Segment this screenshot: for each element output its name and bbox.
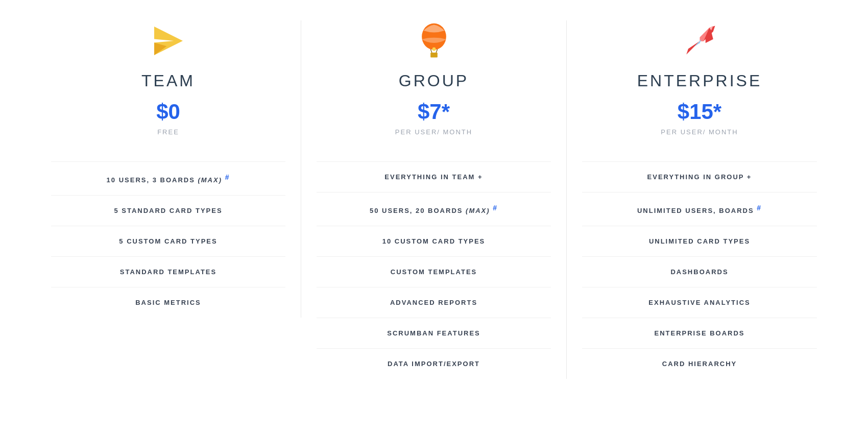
group-feature-1: EVERYTHING IN TEAM + (317, 161, 551, 192)
group-feature-3: 10 CUSTOM CARD TYPES (317, 226, 551, 256)
enterprise-feature-7: CARD HIERARCHY (582, 348, 817, 379)
team-features-list: 10 USERS, 3 BOARDS (MAX) # 5 STANDARD CA… (51, 161, 285, 318)
team-feature-5: BASIC METRICS (51, 287, 285, 318)
svg-point-6 (432, 47, 436, 51)
enterprise-feature-1: EVERYTHING IN GROUP + (582, 161, 817, 192)
enterprise-plan-column: ENTERPRISE $15* PER USER/ MONTH EVERYTHI… (567, 20, 832, 379)
enterprise-plan-icon (679, 20, 720, 61)
group-feature-5: ADVANCED REPORTS (317, 287, 551, 318)
group-feature-4: CUSTOM TEMPLATES (317, 256, 551, 287)
pricing-section: TEAM $0 FREE 10 USERS, 3 BOARDS (MAX) # … (0, 0, 868, 409)
svg-line-4 (436, 49, 438, 53)
group-features-list: EVERYTHING IN TEAM + 50 USERS, 20 BOARDS… (317, 161, 551, 379)
group-plan-period: PER USER/ MONTH (395, 128, 472, 136)
group-plan-name: GROUP (399, 71, 469, 90)
enterprise-feature-6: ENTERPRISE BOARDS (582, 318, 817, 348)
svg-rect-5 (430, 53, 438, 58)
enterprise-plan-price: $15* (678, 100, 721, 124)
enterprise-feature-5: EXHAUSTIVE ANALYTICS (582, 287, 817, 318)
team-feature-2: 5 STANDARD CARD TYPES (51, 195, 285, 226)
group-feature-7: DATA IMPORT/EXPORT (317, 348, 551, 379)
team-plan-period: FREE (157, 128, 179, 136)
team-plan-price: $0 (156, 100, 180, 124)
group-feature-2: 50 USERS, 20 BOARDS (MAX) # (317, 192, 551, 226)
svg-line-3 (430, 49, 432, 53)
enterprise-plan-period: PER USER/ MONTH (661, 128, 738, 136)
group-plan-icon (414, 20, 454, 61)
group-plan-column: GROUP $7* PER USER/ MONTH EVERYTHING IN … (301, 20, 567, 379)
team-feature-1: 10 USERS, 3 BOARDS (MAX) # (51, 161, 285, 195)
team-feature-3: 5 CUSTOM CARD TYPES (51, 226, 285, 256)
enterprise-plan-name: ENTERPRISE (637, 71, 762, 90)
team-plan-icon (148, 20, 189, 61)
enterprise-feature-3: UNLIMITED CARD TYPES (582, 226, 817, 256)
enterprise-features-list: EVERYTHING IN GROUP + UNLIMITED USERS, B… (582, 161, 817, 379)
group-plan-price: $7* (418, 100, 450, 124)
team-plan-name: TEAM (141, 71, 195, 90)
group-feature-6: SCRUMBAN FEATURES (317, 318, 551, 348)
team-feature-4: STANDARD TEMPLATES (51, 256, 285, 287)
team-plan-column: TEAM $0 FREE 10 USERS, 3 BOARDS (MAX) # … (36, 20, 301, 318)
enterprise-feature-4: DASHBOARDS (582, 256, 817, 287)
enterprise-feature-2: UNLIMITED USERS, BOARDS # (582, 192, 817, 226)
